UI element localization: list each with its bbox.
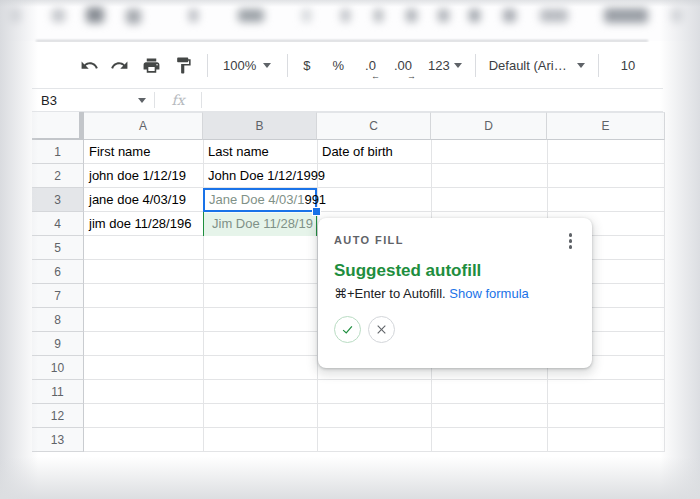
arrow-left-icon: ← — [371, 72, 380, 81]
column-header-c[interactable]: C — [317, 112, 431, 140]
redo-button[interactable] — [108, 54, 130, 76]
dismiss-autofill-button[interactable] — [368, 316, 395, 343]
row-header-2[interactable]: 2 — [32, 164, 84, 188]
cell-a1[interactable]: First name — [84, 140, 203, 164]
blurred-browser-chrome — [0, 0, 700, 41]
sheets-toolbar: 100% $ % .0 ← .00 → 123 Default (Ari… 10 — [32, 42, 663, 88]
cell-b2[interactable]: John Doe 1/12/1999 — [203, 164, 433, 188]
toolbar-divider — [287, 54, 288, 77]
chevron-down-icon — [454, 63, 462, 68]
percent-format-button[interactable]: % — [332, 58, 344, 73]
show-formula-link[interactable]: Show formula — [449, 286, 528, 301]
row-header-7[interactable]: 7 — [32, 284, 84, 308]
chevron-down-icon — [138, 98, 146, 103]
zoom-value: 100% — [223, 58, 256, 73]
cell-b3-suggested-text: Jane Doe 4/03/1 — [209, 192, 304, 207]
row-header-6[interactable]: 6 — [32, 260, 84, 284]
popup-title: Suggested autofill — [334, 261, 576, 281]
chevron-down-icon — [263, 63, 271, 68]
formula-input[interactable] — [202, 89, 663, 111]
row-header-10[interactable]: 10 — [32, 356, 84, 380]
name-box[interactable]: B3 — [32, 93, 154, 108]
cell-b3-overflow-text: 991 — [304, 192, 326, 207]
more-options-button[interactable] — [565, 232, 577, 250]
font-dropdown[interactable]: Default (Ari… — [489, 58, 585, 73]
decrease-decimal-button[interactable]: .0 ← — [365, 58, 376, 73]
print-icon — [142, 56, 161, 75]
accept-autofill-button[interactable] — [334, 316, 361, 343]
row-header-8[interactable]: 8 — [32, 308, 84, 332]
popup-header-label: AUTO FILL — [334, 232, 404, 246]
toolbar-divider — [207, 54, 208, 77]
active-cell-b3[interactable]: Jane Doe 4/03/1991 — [203, 188, 317, 212]
paint-format-button[interactable] — [172, 54, 194, 76]
chevron-down-icon — [577, 63, 585, 68]
toolbar-divider — [475, 54, 476, 77]
undo-icon — [80, 56, 99, 75]
font-name: Default (Ari… — [489, 58, 567, 73]
print-button[interactable] — [140, 54, 162, 76]
toolbar-divider — [598, 54, 599, 77]
column-header-d[interactable]: D — [431, 112, 547, 140]
popup-instruction: ⌘+Enter to Autofill. Show formula — [334, 286, 576, 301]
active-cell-reference: B3 — [41, 93, 57, 108]
increase-decimal-button[interactable]: .00 → — [394, 58, 412, 73]
fx-icon: fx — [155, 92, 201, 108]
formula-bar: B3 fx — [32, 88, 663, 112]
row-header-1[interactable]: 1 — [32, 140, 84, 164]
edge-fade-right — [660, 0, 700, 499]
cell-b4-suggested-text: Jim Doe 11/28/19 — [208, 212, 316, 235]
column-header-e[interactable]: E — [547, 112, 665, 140]
row-header-5[interactable]: 5 — [32, 236, 84, 260]
row-header-13[interactable]: 13 — [32, 428, 84, 452]
row-header-4[interactable]: 4 — [32, 212, 84, 236]
redo-icon — [110, 56, 129, 75]
row-header-9[interactable]: 9 — [32, 332, 84, 356]
row-header-3[interactable]: 3 — [32, 188, 84, 212]
fill-handle[interactable] — [313, 208, 320, 215]
column-header-a[interactable]: A — [84, 112, 203, 140]
arrow-right-icon: → — [407, 72, 416, 81]
cell-a4[interactable]: jim doe 11/28/196 — [84, 212, 202, 236]
zoom-dropdown[interactable]: 100% — [223, 58, 271, 73]
cell-c1[interactable]: Date of birth — [317, 140, 431, 164]
cell-a2[interactable]: john doe 1/12/19 — [84, 164, 202, 188]
font-size-value[interactable]: 10 — [621, 58, 635, 73]
undo-button[interactable] — [78, 54, 100, 76]
row-header-12[interactable]: 12 — [32, 404, 84, 428]
edge-fade-bottom — [0, 452, 700, 499]
row-header-11[interactable]: 11 — [32, 380, 84, 404]
more-options-icon — [569, 233, 573, 237]
column-header-b[interactable]: B — [203, 112, 317, 140]
cell-a3[interactable]: jane doe 4/03/19 — [84, 188, 202, 212]
check-icon — [340, 322, 355, 337]
number-format-dropdown[interactable]: 123 — [428, 58, 462, 73]
paint-format-icon — [174, 56, 193, 75]
currency-format-button[interactable]: $ — [303, 58, 310, 73]
autofill-popup: AUTO FILL Suggested autofill ⌘+Enter to … — [318, 218, 592, 368]
cell-b1[interactable]: Last name — [203, 140, 317, 164]
close-icon — [375, 323, 388, 336]
select-all-corner[interactable] — [32, 112, 84, 140]
